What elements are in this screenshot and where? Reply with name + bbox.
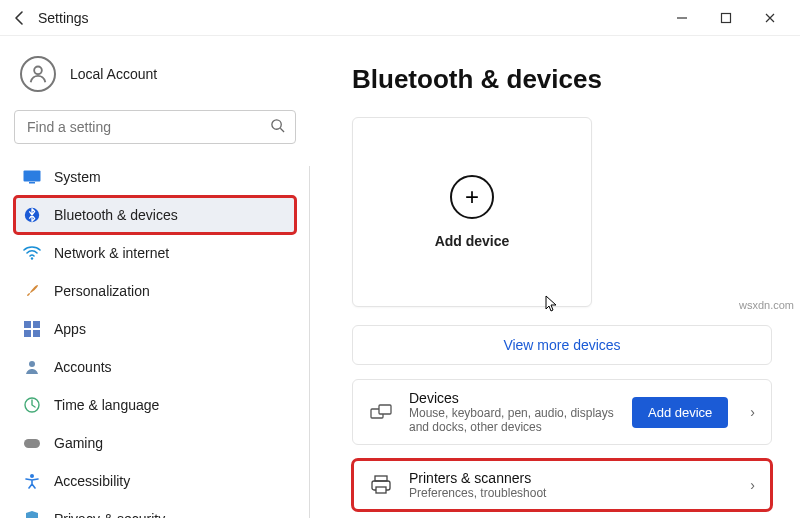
- nav-bluetooth[interactable]: Bluetooth & devices: [14, 196, 296, 234]
- nav-label: System: [54, 169, 101, 185]
- nav-label: Network & internet: [54, 245, 169, 261]
- svg-point-16: [30, 474, 34, 478]
- window-title: Settings: [38, 10, 660, 26]
- printer-icon: [367, 475, 395, 495]
- add-device-label: Add device: [435, 233, 510, 249]
- shield-icon: [22, 509, 42, 518]
- svg-point-8: [31, 257, 33, 259]
- person-icon: [22, 357, 42, 377]
- account-header[interactable]: Local Account: [20, 56, 296, 92]
- svg-rect-1: [722, 13, 731, 22]
- svg-line-4: [280, 128, 284, 132]
- nav-label: Bluetooth & devices: [54, 207, 178, 223]
- nav-label: Privacy & security: [54, 511, 165, 518]
- close-button[interactable]: [748, 3, 792, 33]
- settings-window: Settings Local Account: [0, 0, 800, 518]
- plus-icon: +: [450, 175, 494, 219]
- chevron-right-icon[interactable]: ›: [742, 404, 757, 420]
- printers-subtitle: Preferences, troubleshoot: [409, 486, 728, 500]
- nav-network[interactable]: Network & internet: [14, 234, 296, 272]
- nav-accessibility[interactable]: Accessibility: [14, 462, 296, 500]
- devices-subtitle: Mouse, keyboard, pen, audio, displays an…: [409, 406, 618, 434]
- clock-globe-icon: [22, 395, 42, 415]
- svg-rect-21: [376, 487, 386, 493]
- account-name: Local Account: [70, 66, 157, 82]
- titlebar: Settings: [0, 0, 800, 36]
- search-input-container[interactable]: [14, 110, 296, 144]
- search-icon: [270, 118, 285, 137]
- back-button[interactable]: [8, 6, 32, 30]
- nav-label: Apps: [54, 321, 86, 337]
- nav-label: Accessibility: [54, 473, 130, 489]
- add-device-tile[interactable]: + Add device: [352, 117, 592, 307]
- printers-scanners-card[interactable]: Printers & scanners Preferences, trouble…: [352, 459, 772, 511]
- nav-label: Time & language: [54, 397, 159, 413]
- chevron-right-icon[interactable]: ›: [742, 477, 757, 493]
- svg-rect-19: [375, 476, 387, 481]
- printers-title: Printers & scanners: [409, 470, 728, 486]
- svg-rect-11: [24, 330, 31, 337]
- minimize-button[interactable]: [660, 3, 704, 33]
- brush-icon: [22, 281, 42, 301]
- nav-list: System Bluetooth & devices Network & int…: [14, 158, 296, 518]
- svg-rect-12: [33, 330, 40, 337]
- nav-label: Gaming: [54, 435, 103, 451]
- svg-point-3: [272, 119, 281, 128]
- add-device-button[interactable]: Add device: [632, 397, 728, 428]
- nav-label: Personalization: [54, 283, 150, 299]
- sidebar: Local Account System Bluetooth & devices: [0, 36, 310, 518]
- accessibility-icon: [22, 471, 42, 491]
- nav-privacy[interactable]: Privacy & security: [14, 500, 296, 518]
- nav-accounts[interactable]: Accounts: [14, 348, 296, 386]
- devices-title: Devices: [409, 390, 618, 406]
- svg-rect-6: [29, 182, 35, 184]
- nav-time[interactable]: Time & language: [14, 386, 296, 424]
- gaming-icon: [22, 433, 42, 453]
- view-more-devices-link[interactable]: View more devices: [352, 325, 772, 365]
- svg-rect-10: [33, 321, 40, 328]
- page-heading: Bluetooth & devices: [352, 64, 772, 95]
- nav-label: Accounts: [54, 359, 112, 375]
- svg-rect-9: [24, 321, 31, 328]
- monitor-icon: [22, 167, 42, 187]
- nav-gaming[interactable]: Gaming: [14, 424, 296, 462]
- svg-rect-18: [379, 405, 391, 414]
- maximize-button[interactable]: [704, 3, 748, 33]
- nav-system[interactable]: System: [14, 158, 296, 196]
- svg-point-13: [29, 361, 35, 367]
- svg-point-2: [34, 66, 42, 74]
- search-input[interactable]: [25, 118, 270, 136]
- bluetooth-icon: [22, 205, 42, 225]
- apps-icon: [22, 319, 42, 339]
- watermark: wsxdn.com: [739, 299, 794, 311]
- wifi-icon: [22, 243, 42, 263]
- avatar-icon: [20, 56, 56, 92]
- main-panel: Bluetooth & devices + Add device View mo…: [310, 36, 800, 518]
- devices-card[interactable]: Devices Mouse, keyboard, pen, audio, dis…: [352, 379, 772, 445]
- nav-apps[interactable]: Apps: [14, 310, 296, 348]
- svg-rect-15: [24, 439, 40, 448]
- svg-rect-5: [24, 171, 41, 182]
- nav-personalization[interactable]: Personalization: [14, 272, 296, 310]
- devices-icon: [367, 403, 395, 421]
